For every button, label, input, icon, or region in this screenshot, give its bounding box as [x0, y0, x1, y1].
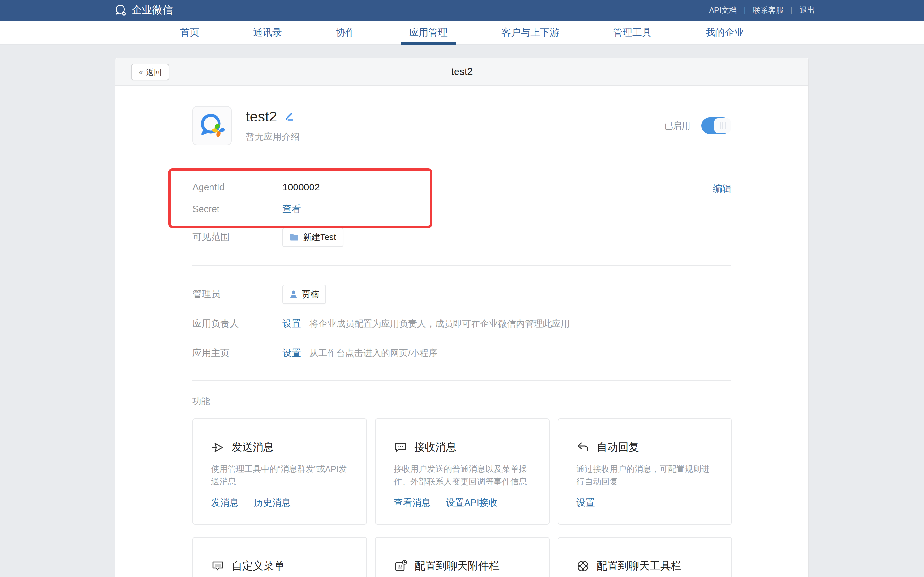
receive-message-icon: [394, 441, 407, 454]
nav-item-my-company[interactable]: 我的企业: [706, 20, 744, 45]
feature-grid: 发送消息 使用管理工具中的“消息群发”或API发送消息 发消息 历史消息: [192, 418, 732, 577]
credentials-section: AgentId 1000002 Secret 查看 可见范围 新建Test: [192, 164, 732, 265]
edit-name-icon[interactable]: [284, 111, 294, 122]
feature-card-custom-menu: 自定义菜单 可在应用会话的底部配置快捷操作菜单: [192, 537, 367, 577]
feature-title: 配置到聊天附件栏: [415, 559, 499, 573]
divider: [192, 380, 732, 381]
edit-link[interactable]: 编辑: [713, 182, 732, 195]
logout-link[interactable]: 退出: [800, 5, 815, 15]
feature-desc: 使用管理工具中的“消息群发”或API发送消息: [211, 463, 349, 488]
app-icon: [192, 106, 232, 145]
nav-item-app-management[interactable]: 应用管理: [409, 20, 447, 45]
features-section-label: 功能: [192, 395, 732, 407]
app-switch-group: 已启用: [664, 117, 732, 134]
feature-card-send-message: 发送消息 使用管理工具中的“消息群发”或API发送消息 发消息 历史消息: [192, 418, 367, 525]
feature-title: 自定义菜单: [232, 559, 284, 573]
nav-item-customers[interactable]: 客户与上下游: [501, 20, 559, 45]
owner-row: 应用负责人 设置 将企业成员配置为应用负责人，成员即可在企业微信内管理此应用: [192, 314, 732, 334]
enabled-status-label: 已启用: [664, 120, 690, 131]
app-detail-card: « 返回 test2 test2: [115, 58, 809, 577]
custom-menu-icon: [211, 559, 225, 573]
card-header: « 返回 test2: [115, 58, 809, 86]
secret-view-link[interactable]: 查看: [282, 203, 301, 215]
wework-logo-icon: [114, 4, 127, 17]
homepage-row: 应用主页 设置 从工作台点击进入的网页/小程序: [192, 343, 732, 363]
admin-section: 管理员 贾楠 应用负责人 设置 将企业成员配置为应用负责人，成员即可在企业微信内…: [192, 266, 732, 380]
feature-desc: 通过接收用户的消息，可配置规则进行自动回复: [576, 463, 714, 488]
admin-tag[interactable]: 贾楠: [282, 285, 326, 304]
back-button[interactable]: « 返回: [131, 64, 170, 81]
auto-reply-icon: [576, 441, 590, 454]
back-chevron-icon: «: [139, 67, 143, 77]
agentid-label: AgentId: [192, 182, 282, 193]
page-title: test2: [451, 66, 473, 77]
toggle-knob: [714, 118, 730, 133]
feature-card-auto-reply: 自动回复 通过接收用户的消息，可配置规则进行自动回复 设置: [557, 418, 732, 525]
person-icon: [289, 290, 298, 299]
set-api-receive-link[interactable]: 设置API接收: [446, 496, 498, 509]
feature-title: 接收消息: [414, 440, 457, 455]
feature-title: 配置到聊天工具栏: [597, 559, 682, 573]
chat-toolbar-icon: [576, 559, 590, 573]
auto-reply-set-link[interactable]: 设置: [576, 496, 595, 509]
nav-item-home[interactable]: 首页: [180, 20, 199, 45]
api-doc-link[interactable]: API文档: [709, 5, 737, 15]
feature-card-receive-message: 接收消息 接收用户发送的普通消息以及菜单操作、外部联系人变更回调等事件信息 查看…: [375, 418, 549, 525]
main-nav: 首页 通讯录 协作 应用管理 客户与上下游 管理工具 我的企业: [0, 21, 924, 45]
feature-card-chat-attachment: 配置到聊天附件栏 将应用页面配置到聊天附件栏，方便成员快捷发送到聊天，提高沟通效…: [375, 537, 549, 577]
topbar: 企业微信 API文档 | 联系客服 | 退出: [0, 0, 924, 21]
feature-card-chat-toolbar: 配置到聊天工具栏 将应用页面配置到聊天工具栏，方便成员在与客户的聊天中查看和使用…: [557, 537, 732, 577]
owner-set-link[interactable]: 设置: [282, 318, 301, 330]
app-name: test2: [246, 108, 277, 125]
homepage-label: 应用主页: [192, 347, 282, 359]
admin-label: 管理员: [192, 288, 282, 301]
history-message-link[interactable]: 历史消息: [254, 496, 291, 509]
feature-desc: 接收用户发送的普通消息以及菜单操作、外部联系人变更回调等事件信息: [394, 463, 531, 488]
send-icon: [211, 441, 225, 454]
homepage-set-link[interactable]: 设置: [282, 347, 301, 359]
owner-label: 应用负责人: [192, 318, 282, 330]
back-button-label: 返回: [145, 67, 162, 77]
divider: |: [790, 6, 792, 15]
visible-range-tag[interactable]: 新建Test: [282, 227, 343, 247]
contact-support-link[interactable]: 联系客服: [753, 5, 783, 15]
visible-range-tag-label: 新建Test: [303, 231, 336, 243]
wework-app-logo-icon: [197, 111, 227, 140]
agentid-value: 1000002: [282, 182, 320, 193]
feature-title: 自动回复: [597, 440, 639, 455]
admin-row: 管理员 贾楠: [192, 284, 732, 304]
brand: 企业微信: [114, 3, 173, 17]
send-message-link[interactable]: 发消息: [211, 496, 239, 509]
enabled-toggle[interactable]: [701, 117, 732, 134]
folder-icon: [289, 233, 299, 242]
agentid-row: AgentId 1000002: [192, 177, 732, 197]
owner-desc: 将企业成员配置为应用负责人，成员即可在企业微信内管理此应用: [309, 318, 570, 330]
secret-row: Secret 查看: [192, 199, 732, 219]
nav-item-admin-tools[interactable]: 管理工具: [613, 20, 652, 45]
card-body: test2 暂无应用介绍 已启用: [115, 86, 809, 577]
app-description: 暂无应用介绍: [246, 131, 300, 143]
secret-label: Secret: [192, 204, 282, 214]
brand-title: 企业微信: [132, 3, 173, 17]
topbar-links: API文档 | 联系客服 | 退出: [709, 5, 815, 15]
feature-title: 发送消息: [232, 440, 274, 455]
admin-name: 贾楠: [302, 288, 319, 300]
visible-range-label: 可见范围: [192, 231, 282, 243]
app-meta: test2 暂无应用介绍: [246, 108, 300, 143]
app-header-row: test2 暂无应用介绍 已启用: [192, 86, 732, 145]
homepage-desc: 从工作台点击进入的网页/小程序: [309, 347, 438, 359]
divider: |: [744, 6, 746, 15]
nav-item-contacts[interactable]: 通讯录: [253, 20, 282, 45]
nav-item-collaboration[interactable]: 协作: [336, 20, 355, 45]
visible-range-row: 可见范围 新建Test: [192, 227, 732, 247]
chat-attachment-icon: [394, 559, 408, 573]
view-message-link[interactable]: 查看消息: [394, 496, 431, 509]
